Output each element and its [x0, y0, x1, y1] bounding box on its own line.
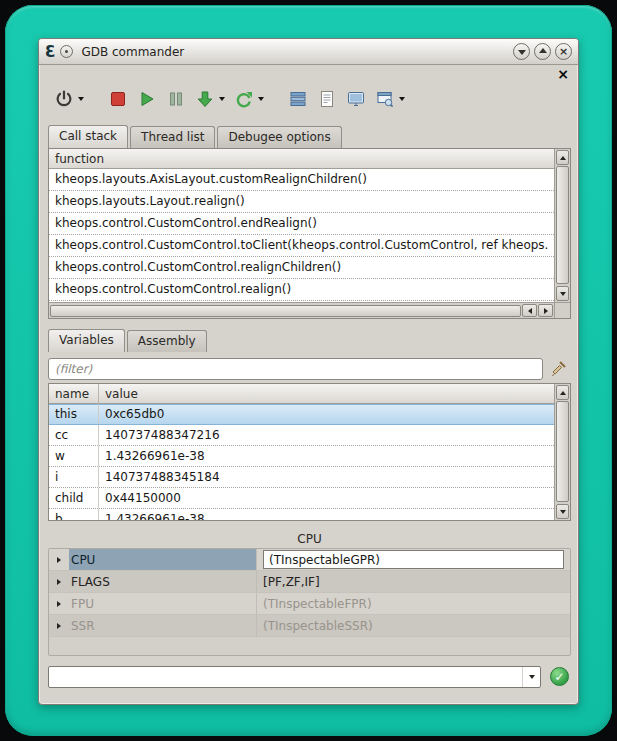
vertical-scrollbar-thumb[interactable]	[556, 166, 569, 284]
variable-value: 1.43266961e-38	[99, 446, 554, 466]
stack-frame-row[interactable]: kheops.layouts.AxisLayout.customRealignC…	[49, 169, 554, 191]
command-row: ✓	[48, 665, 569, 688]
pin-button[interactable]	[60, 45, 73, 58]
triangle-right-icon	[57, 579, 61, 585]
register-group-name: FLAGS	[69, 571, 257, 592]
stack-frame-row[interactable]: kheops.control.CustomControl.realign()	[49, 279, 554, 301]
callstack-table-header: function	[49, 149, 554, 169]
expander-icon[interactable]	[49, 593, 69, 614]
expander-icon[interactable]	[49, 571, 69, 592]
panel-close-button[interactable]: ×	[557, 67, 569, 81]
cpu-row[interactable]: FPU (TInspectableFPR)	[49, 593, 570, 615]
scroll-up-button[interactable]	[556, 385, 569, 400]
tab-debugee-options[interactable]: Debugee options	[217, 126, 341, 148]
variable-name: w	[49, 446, 99, 466]
expander-icon[interactable]	[49, 615, 69, 636]
stack-frame-row[interactable]: kheops.control.CustomControl.endRealign(…	[49, 213, 554, 235]
step-button[interactable]	[192, 87, 228, 111]
variable-row[interactable]: child 0x44150000	[49, 488, 554, 509]
tab-thread-list[interactable]: Thread list	[130, 126, 215, 148]
power-icon	[54, 89, 74, 109]
command-input[interactable]	[49, 667, 522, 687]
list-button[interactable]	[285, 87, 311, 111]
titlebar[interactable]: Ɛ GDB commander ×	[39, 39, 578, 65]
variable-row[interactable]: this 0xc65db0	[49, 404, 554, 425]
cpu-row[interactable]: SSR (TInspectableSSR)	[49, 615, 570, 637]
start-debug-button[interactable]	[51, 87, 87, 111]
maximize-button[interactable]	[534, 43, 551, 60]
register-group-name: CPU	[69, 549, 257, 570]
variable-row[interactable]: i 140737488345184	[49, 467, 554, 488]
cpu-groupbox: CPU CPU (TInspectableGPR) FLAGS	[48, 532, 571, 656]
tab-variables[interactable]: Variables	[48, 329, 125, 352]
scroll-left-button[interactable]	[522, 304, 537, 317]
register-group-name: SSR	[69, 615, 257, 636]
register-group-name: FPU	[69, 593, 257, 614]
variables-tabbar: Variables Assembly	[48, 329, 207, 352]
windows-button[interactable]	[372, 87, 408, 111]
triangle-down-icon	[560, 292, 566, 296]
scroll-down-button[interactable]	[556, 286, 569, 301]
variable-name: i	[49, 467, 99, 487]
chevron-down-icon[interactable]	[399, 97, 405, 101]
continue-button[interactable]	[231, 87, 267, 111]
variable-value: 0x44150000	[99, 488, 554, 508]
expander-icon[interactable]	[49, 549, 69, 570]
terminal-button[interactable]	[343, 87, 369, 111]
column-header-name[interactable]: name	[49, 384, 99, 403]
cpu-inspector: CPU (TInspectableGPR) FLAGS [PF,ZF,IF]	[48, 548, 571, 656]
column-header-function[interactable]: function	[49, 149, 110, 168]
variable-value: 1.43266961e-38	[99, 509, 554, 520]
value-editor[interactable]: (TInspectableGPR)	[263, 550, 564, 569]
run-button[interactable]	[134, 87, 160, 111]
variable-row[interactable]: w 1.43266961e-38	[49, 446, 554, 467]
clear-filter-button[interactable]	[547, 359, 569, 379]
tab-call-stack[interactable]: Call stack	[48, 125, 128, 148]
step-down-icon	[195, 89, 215, 109]
column-header-value[interactable]: value	[99, 384, 554, 403]
triangle-down-icon	[529, 675, 535, 679]
stop-button[interactable]	[105, 87, 131, 111]
cpu-row[interactable]: FLAGS [PF,ZF,IF]	[49, 571, 570, 593]
command-combobox[interactable]	[48, 666, 541, 688]
chevron-up-icon	[539, 48, 547, 53]
clean-filter-icon	[549, 360, 567, 378]
triangle-right-icon	[57, 557, 61, 563]
submit-command-button[interactable]: ✓	[550, 667, 569, 686]
stack-frame-row[interactable]: kheops.layouts.Layout.realign()	[49, 191, 554, 213]
minimize-button[interactable]	[513, 43, 530, 60]
stack-frame-row[interactable]: kheops.control.CustomControl.toClient(kh…	[49, 235, 554, 257]
register-group-value: (TInspectableGPR)	[257, 549, 570, 570]
combobox-dropdown-button[interactable]	[522, 667, 540, 687]
scroll-down-button[interactable]	[556, 504, 569, 519]
app-icon: Ɛ	[45, 44, 55, 60]
filter-input[interactable]	[48, 358, 543, 380]
tab-assembly[interactable]: Assembly	[127, 330, 207, 352]
callstack-vertical-scrollbar[interactable]	[554, 149, 570, 302]
scroll-up-button[interactable]	[556, 150, 569, 165]
list-icon	[288, 89, 308, 109]
toolbar	[51, 84, 411, 114]
document-button[interactable]	[314, 87, 340, 111]
variables-vertical-scrollbar[interactable]	[554, 384, 570, 520]
vertical-scrollbar-thumb[interactable]	[556, 401, 569, 502]
stack-frame-row[interactable]: kheops.control.CustomControl.realignChil…	[49, 257, 554, 279]
variable-value: 0xc65db0	[99, 404, 554, 424]
cpu-row[interactable]: CPU (TInspectableGPR)	[49, 549, 570, 571]
scroll-right-button[interactable]	[538, 304, 553, 317]
chevron-down-icon[interactable]	[258, 97, 264, 101]
horizontal-scrollbar-thumb[interactable]	[50, 305, 521, 317]
close-button[interactable]: ×	[555, 43, 572, 60]
pause-button[interactable]	[163, 87, 189, 111]
window-title: GDB commander	[81, 45, 508, 59]
variable-row[interactable]: cc 140737488347216	[49, 425, 554, 446]
callstack-table: function kheops.layouts.AxisLayout.custo…	[48, 148, 571, 319]
callstack-horizontal-scrollbar[interactable]	[49, 302, 554, 318]
chevron-down-icon[interactable]	[78, 97, 84, 101]
variable-name: b	[49, 509, 99, 520]
run-icon	[137, 89, 157, 109]
register-group-value: (TInspectableSSR)	[257, 615, 570, 636]
screenshot-root: Ɛ GDB commander × ×	[0, 0, 617, 741]
variable-row[interactable]: b 1.43266961e-38	[49, 509, 554, 520]
chevron-down-icon[interactable]	[219, 97, 225, 101]
